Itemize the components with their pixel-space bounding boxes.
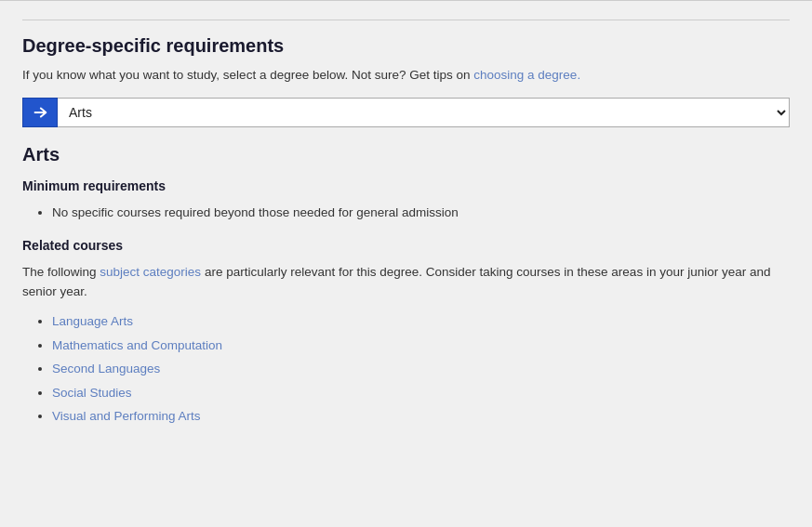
- related-courses-section: Related courses The following subject ca…: [22, 238, 790, 427]
- related-courses-heading: Related courses: [22, 238, 790, 253]
- intro-text-before: If you know what you want to study, sele…: [22, 68, 471, 82]
- min-req-list: No specific courses required beyond thos…: [22, 203, 790, 223]
- page-title: Degree-specific requirements: [22, 35, 790, 57]
- choosing-degree-link[interactable]: choosing a degree.: [473, 68, 580, 82]
- list-item: Mathematics and Computation: [52, 336, 790, 356]
- list-item: Second Languages: [52, 359, 790, 379]
- related-courses-list: Language Arts Mathematics and Computatio…: [22, 311, 790, 427]
- top-divider: [22, 20, 790, 20]
- page-container: Degree-specific requirements If you know…: [0, 0, 812, 527]
- degree-label: Arts: [22, 144, 790, 165]
- arrow-icon: [32, 104, 48, 121]
- second-languages-link[interactable]: Second Languages: [52, 362, 160, 375]
- related-intro-before: The following: [22, 265, 97, 279]
- list-item: No specific courses required beyond thos…: [52, 203, 790, 223]
- degree-select[interactable]: Arts Science Engineering Business Educat…: [58, 98, 790, 127]
- math-computation-link[interactable]: Mathematics and Computation: [52, 338, 222, 352]
- subject-categories-link[interactable]: subject categories: [100, 265, 205, 279]
- minimum-requirements-section: Minimum requirements No specific courses…: [22, 178, 790, 223]
- social-studies-link[interactable]: Social Studies: [52, 386, 132, 400]
- related-courses-intro: The following subject categories are par…: [22, 262, 790, 302]
- intro-text: If you know what you want to study, sele…: [22, 66, 790, 85]
- min-req-heading: Minimum requirements: [22, 178, 790, 193]
- list-item: Language Arts: [52, 311, 790, 332]
- list-item: Visual and Performing Arts: [52, 406, 790, 427]
- degree-selector-row: Arts Science Engineering Business Educat…: [22, 98, 790, 127]
- go-button[interactable]: [22, 98, 58, 127]
- list-item: Social Studies: [52, 383, 790, 403]
- language-arts-link[interactable]: Language Arts: [52, 314, 133, 328]
- visual-performing-arts-link[interactable]: Visual and Performing Arts: [52, 409, 201, 423]
